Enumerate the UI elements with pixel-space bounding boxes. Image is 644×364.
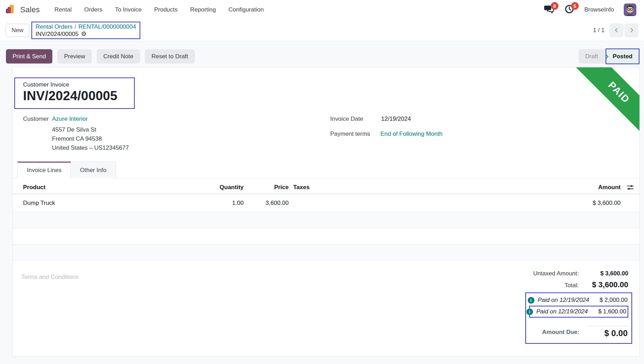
navbar-right: 8 5 BrowseInfo	[544, 3, 638, 16]
invoice-number: INV/2024/00005	[23, 89, 134, 103]
invoice-date-value[interactable]: 12/19/2024	[381, 116, 411, 122]
activities-badge: 5	[571, 2, 579, 10]
customer-link[interactable]: Azure Interior	[52, 116, 88, 122]
empty-row[interactable]	[13, 212, 639, 228]
tab-invoice-lines[interactable]: Invoice Lines	[17, 162, 71, 178]
status-draft[interactable]: Draft	[579, 49, 606, 64]
amount-due-value: $ 0.00	[589, 326, 628, 338]
breadcrumb-current: INV/2024/00005	[36, 30, 79, 38]
empty-row[interactable]	[13, 245, 639, 260]
address-street: 4557 De Silva St	[52, 125, 129, 134]
customer-label: Customer	[23, 116, 49, 122]
col-price[interactable]: Price	[244, 184, 289, 191]
payment-info-icon[interactable]: i	[528, 297, 534, 304]
terms-and-conditions-input[interactable]: Terms and Conditions	[21, 274, 79, 281]
sheet-footer: Terms and Conditions Untaxed Amount: $ 3…	[13, 260, 639, 357]
tab-other-info[interactable]: Other Info	[71, 162, 116, 178]
empty-row[interactable]	[13, 228, 639, 245]
new-button[interactable]: New	[6, 24, 29, 37]
payment-terms-label: Payment terms	[330, 131, 370, 138]
payment-amount: $ 2,000.00	[593, 297, 628, 304]
control-panel: New Rental Orders/RENTAL/0000000004 INV/…	[0, 20, 644, 41]
payment-line-highlight: i Paid on 12/19/2024 $ 1,600.00	[529, 306, 628, 318]
payment-line: i Paid on 12/19/2024 $ 1,600.00	[531, 307, 627, 316]
action-bar: Print & Send Preview Credit Note Reset t…	[6, 49, 195, 64]
invoice-date-label: Invoice Date	[330, 116, 363, 122]
status-arrow-icon	[604, 54, 609, 59]
status-posted[interactable]: Posted	[606, 49, 639, 64]
untaxed-amount-label: Untaxed Amount:	[533, 270, 579, 277]
document-type-label: Customer Invoice	[23, 81, 134, 88]
notebook-tabs: Invoice Lines Other Info	[13, 162, 639, 178]
paid-ribbon: PAID	[561, 67, 640, 151]
address-city: Fremont CA 94538	[52, 134, 129, 143]
pager-previous-button[interactable]	[609, 23, 623, 37]
top-navbar: Sales Rental Orders To Invoice Products …	[0, 0, 644, 20]
messages-badge: 8	[551, 2, 558, 10]
messages-button[interactable]: 8	[544, 5, 554, 15]
total-value: $ 3,600.00	[579, 280, 628, 289]
app-switcher[interactable]: Sales	[6, 4, 40, 16]
invoice-lines-header: Product Quantity Price Taxes Amount	[13, 181, 639, 194]
activities-button[interactable]: 5	[564, 5, 575, 15]
optional-columns-button[interactable]	[621, 184, 640, 191]
breadcrumb-rental-order[interactable]: RENTAL/0000000004	[79, 23, 136, 30]
payment-terms-link[interactable]: End of Following Month	[380, 131, 443, 138]
sales-app-icon	[6, 4, 16, 16]
invoice-title-block: Customer Invoice INV/2024/00005	[14, 77, 135, 109]
menu-to-invoice[interactable]: To Invoice	[114, 4, 142, 15]
menu-configuration[interactable]: Configuration	[228, 4, 265, 15]
breadcrumb-rental-orders[interactable]: Rental Orders	[36, 23, 73, 30]
payment-amount: $ 1,600.00	[591, 308, 626, 315]
line-product[interactable]: Dump Truck	[13, 200, 163, 207]
total-label: Total:	[564, 282, 579, 289]
invoice-sheet: PAID Customer Invoice INV/2024/00005 Cus…	[12, 67, 640, 357]
pager-count: 1 / 1	[593, 27, 605, 34]
col-taxes[interactable]: Taxes	[289, 184, 393, 191]
menu-products[interactable]: Products	[154, 4, 178, 15]
gear-icon[interactable]: ⚙	[81, 31, 87, 37]
untaxed-amount-value: $ 3,600.00	[579, 270, 628, 277]
form-view: Print & Send Preview Credit Note Reset t…	[0, 41, 644, 364]
app-name: Sales	[20, 5, 40, 14]
sliders-icon	[627, 184, 634, 191]
print-send-button[interactable]: Print & Send	[6, 49, 52, 64]
payment-text[interactable]: Paid on 12/19/2024	[538, 297, 589, 304]
user-menu[interactable]: BrowseInfo	[584, 6, 614, 13]
menu-reporting[interactable]: Reporting	[190, 4, 217, 15]
payments-block: i Paid on 12/19/2024 $ 2,000.00 i Paid o…	[525, 292, 632, 344]
payment-info-icon[interactable]: i	[526, 309, 533, 315]
breadcrumb: Rental Orders/RENTAL/0000000004 INV/2024…	[31, 22, 140, 39]
preview-button[interactable]: Preview	[57, 49, 91, 64]
col-amount[interactable]: Amount	[393, 184, 621, 191]
totals-panel: Untaxed Amount: $ 3,600.00 Total: $ 3,60…	[482, 270, 632, 344]
credit-note-button[interactable]: Credit Note	[97, 49, 140, 64]
pager: 1 / 1	[593, 23, 638, 37]
odoo-invoice-screen: Sales Rental Orders To Invoice Products …	[0, 0, 644, 364]
col-product[interactable]: Product	[13, 184, 163, 191]
main-menu: Rental Orders To Invoice Products Report…	[54, 4, 265, 15]
line-quantity[interactable]: 1.00	[163, 200, 244, 207]
reset-to-draft-button[interactable]: Reset to Draft	[145, 49, 195, 64]
payment-text[interactable]: Paid on 12/19/2024	[536, 308, 588, 315]
menu-orders[interactable]: Orders	[83, 4, 103, 15]
payment-line: i Paid on 12/19/2024 $ 2,000.00	[529, 296, 628, 305]
line-amount: $ 3,600.00	[393, 200, 621, 207]
pager-next-button[interactable]	[624, 23, 638, 37]
address-country: United States – US12345677	[52, 143, 129, 153]
menu-rental[interactable]: Rental	[54, 4, 72, 15]
line-price[interactable]: 3,600.00	[244, 200, 289, 207]
breadcrumb-separator: /	[75, 23, 76, 30]
amount-due-row: Amount Due: $ 0.00	[529, 326, 628, 338]
status-bar: Draft Posted	[579, 49, 639, 64]
amount-due-label: Amount Due:	[542, 329, 579, 336]
customer-address: 4557 De Silva St Fremont CA 94538 United…	[52, 125, 129, 153]
invoice-line-row[interactable]: Dump Truck 1.00 3,600.00 $ 3,600.00	[13, 194, 639, 212]
col-quantity[interactable]: Quantity	[163, 184, 244, 191]
avatar[interactable]	[624, 3, 636, 16]
status-posted-highlight: Posted	[606, 49, 639, 64]
